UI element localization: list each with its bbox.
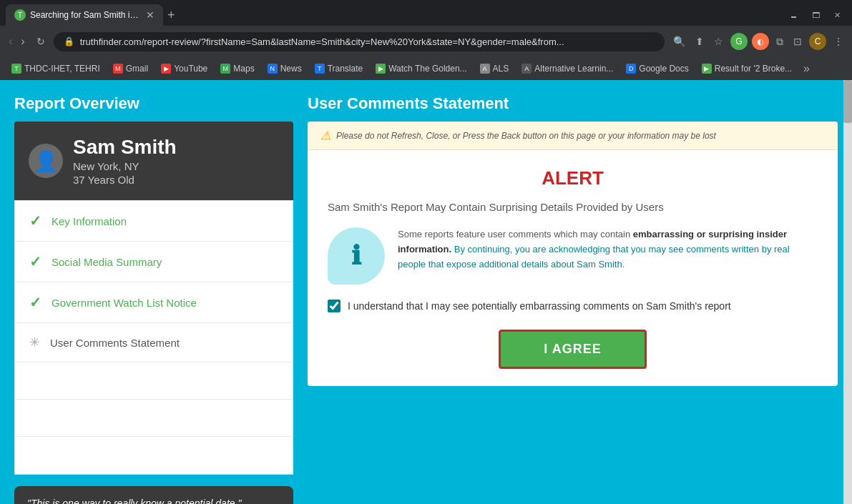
user-comments-title: User Comments Statement bbox=[308, 94, 838, 113]
agree-button[interactable]: I AGREE bbox=[499, 330, 646, 369]
bookmark-label-result: Result for '2 Broke... bbox=[715, 64, 792, 74]
spinner-icon-user-comments: ✳ bbox=[29, 335, 40, 350]
menu-item-empty-3 bbox=[15, 437, 293, 474]
profile-info: Sam Smith New York, NY 37 Years Old bbox=[73, 136, 177, 186]
bookmark-label-gmail: Gmail bbox=[126, 64, 148, 74]
bookmark-als[interactable]: A ALS bbox=[474, 61, 515, 76]
alert-title: ALERT bbox=[328, 167, 818, 189]
warning-triangle-icon: ⚠ bbox=[320, 129, 330, 142]
bookmark-gmail[interactable]: M Gmail bbox=[107, 61, 154, 76]
check-icon-gov-watch: ✓ bbox=[29, 294, 41, 311]
bookmark-favicon-docs: D bbox=[626, 64, 636, 74]
sidebar-toggle[interactable]: ⊡ bbox=[790, 33, 805, 50]
bookmark-thdc[interactable]: T THDC-IHET, TEHRI bbox=[6, 61, 106, 76]
profile-age: 37 Years Old bbox=[73, 174, 177, 186]
menu-card: ✓ Key Information ✓ Social Media Summary… bbox=[14, 200, 293, 475]
extension-icon-2[interactable]: ◐ bbox=[752, 33, 769, 50]
check-icon-social-media: ✓ bbox=[29, 253, 41, 270]
tab-close-button[interactable]: ✕ bbox=[146, 9, 155, 21]
bookmark-favicon-gmail: M bbox=[113, 64, 123, 74]
bookmark-icon[interactable]: ☆ bbox=[711, 33, 726, 50]
bookmark-favicon-youtube: ▶ bbox=[161, 64, 171, 74]
bookmark-label-maps: Maps bbox=[233, 64, 254, 74]
bookmark-label-docs: Google Docs bbox=[639, 64, 688, 74]
bookmark-docs[interactable]: D Google Docs bbox=[620, 61, 694, 76]
bookmark-label-thdc: THDC-IHET, TEHRI bbox=[24, 64, 100, 74]
main-content: Report Overview 👤 Sam Smith New York, NY… bbox=[0, 80, 852, 504]
menu-item-empty-2 bbox=[15, 400, 293, 437]
bookmark-favicon-news: N bbox=[268, 64, 278, 74]
maximize-button[interactable]: 🗖 bbox=[806, 9, 826, 21]
bookmarks-bar: T THDC-IHET, TEHRI M Gmail ▶ YouTube M M… bbox=[0, 57, 852, 80]
address-text: truthfinder.com/report-review/?firstName… bbox=[80, 36, 655, 47]
address-bar[interactable]: 🔒 truthfinder.com/report-review/?firstNa… bbox=[54, 32, 665, 51]
active-tab[interactable]: T Searching for Sam Smith in New ✕ bbox=[6, 4, 163, 26]
bookmark-label-translate: Translate bbox=[328, 64, 363, 74]
alert-description: Some reports feature user comments which… bbox=[398, 227, 818, 285]
scrollbar[interactable] bbox=[843, 80, 852, 504]
window-controls: 🗕 🗖 ✕ bbox=[784, 9, 846, 21]
bookmark-label-alt: Alternative Learnin... bbox=[534, 64, 613, 74]
bookmark-news[interactable]: N News bbox=[262, 61, 308, 76]
new-tab-button[interactable]: + bbox=[167, 8, 175, 23]
avatar: 👤 bbox=[29, 144, 63, 178]
bookmark-result[interactable]: ▶ Result for '2 Broke... bbox=[696, 61, 798, 76]
search-icon[interactable]: 🔍 bbox=[670, 33, 688, 50]
menu-item-empty-1 bbox=[15, 362, 293, 400]
menu-button[interactable]: ⋮ bbox=[831, 33, 846, 50]
agree-button-wrapper: I AGREE bbox=[328, 330, 818, 369]
close-window-button[interactable]: ✕ bbox=[828, 9, 846, 21]
menu-label-social-media: Social Media Summary bbox=[52, 256, 162, 268]
description-text-2: By continuing, you are acknowledging tha… bbox=[398, 244, 790, 270]
scrollbar-thumb[interactable] bbox=[843, 80, 852, 123]
bookmark-translate[interactable]: T Translate bbox=[309, 61, 369, 76]
nav-icons: 🔍 ⬆ ☆ G ◐ ⧉ ⊡ C ⋮ bbox=[670, 33, 846, 51]
bookmark-alt[interactable]: A Alternative Learnin... bbox=[516, 61, 619, 76]
menu-item-social-media[interactable]: ✓ Social Media Summary bbox=[15, 242, 293, 282]
profile-card: 👤 Sam Smith New York, NY 37 Years Old bbox=[14, 122, 293, 200]
warning-text: Please do not Refresh, Close, or Press t… bbox=[336, 131, 716, 141]
testimonial-card: "This is one way to really know a potent… bbox=[14, 486, 293, 504]
more-bookmarks-button[interactable]: » bbox=[799, 60, 814, 77]
alert-body: ALERT Sam Smith's Report May Contain Sur… bbox=[308, 150, 838, 386]
refresh-button[interactable]: ↻ bbox=[34, 33, 48, 50]
info-bubble: ℹ bbox=[328, 227, 385, 285]
bookmark-maps[interactable]: M Maps bbox=[215, 61, 260, 76]
back-button[interactable]: ‹ bbox=[6, 32, 15, 51]
checkbox-row: I understand that I may see potentially … bbox=[328, 299, 818, 314]
bookmark-favicon-translate: T bbox=[315, 64, 325, 74]
profile-location: New York, NY bbox=[73, 160, 177, 172]
alert-card: ⚠ Please do not Refresh, Close, or Press… bbox=[308, 122, 838, 386]
menu-item-user-comments[interactable]: ✳ User Comments Statement bbox=[15, 323, 293, 362]
agree-checkbox[interactable] bbox=[328, 300, 341, 312]
extension-icon-1[interactable]: G bbox=[730, 33, 748, 50]
bookmark-favicon-alt: A bbox=[522, 64, 532, 74]
bookmark-favicon-als: A bbox=[480, 64, 490, 74]
lock-icon: 🔒 bbox=[64, 36, 74, 46]
menu-label-key-info: Key Information bbox=[52, 215, 127, 227]
bookmark-label-news: News bbox=[280, 64, 302, 74]
bookmark-favicon-watch: ▶ bbox=[376, 64, 386, 74]
nav-bar: ‹ › ↻ 🔒 truthfinder.com/report-review/?f… bbox=[0, 26, 852, 57]
check-icon-key-info: ✓ bbox=[29, 212, 41, 229]
menu-item-key-info[interactable]: ✓ Key Information bbox=[15, 201, 293, 242]
warning-bar: ⚠ Please do not Refresh, Close, or Press… bbox=[308, 122, 838, 150]
alert-info-row: ℹ Some reports feature user comments whi… bbox=[328, 227, 818, 285]
description-text-1: Some reports feature user comments which… bbox=[398, 229, 633, 239]
nav-arrows: ‹ › bbox=[6, 32, 28, 51]
bookmark-label-als: ALS bbox=[493, 64, 509, 74]
bookmark-watch[interactable]: ▶ Watch The Golden... bbox=[370, 61, 472, 76]
minimize-button[interactable]: 🗕 bbox=[784, 9, 803, 21]
bookmark-favicon-maps: M bbox=[220, 64, 230, 74]
forward-button[interactable]: › bbox=[18, 32, 27, 51]
alert-subtitle: Sam Smith's Report May Contain Surprisin… bbox=[328, 201, 818, 213]
profile-avatar[interactable]: C bbox=[809, 33, 826, 50]
menu-item-gov-watch[interactable]: ✓ Government Watch List Notice bbox=[15, 282, 293, 323]
testimonial-quote: "This is one way to really know a potent… bbox=[27, 498, 280, 504]
bookmark-youtube[interactable]: ▶ YouTube bbox=[155, 61, 213, 76]
tab-favicon: T bbox=[14, 9, 26, 21]
right-panel: User Comments Statement ⚠ Please do not … bbox=[308, 94, 838, 490]
menu-label-user-comments: User Comments Statement bbox=[50, 337, 180, 349]
share-icon[interactable]: ⬆ bbox=[692, 33, 707, 50]
extensions-button[interactable]: ⧉ bbox=[773, 33, 786, 51]
